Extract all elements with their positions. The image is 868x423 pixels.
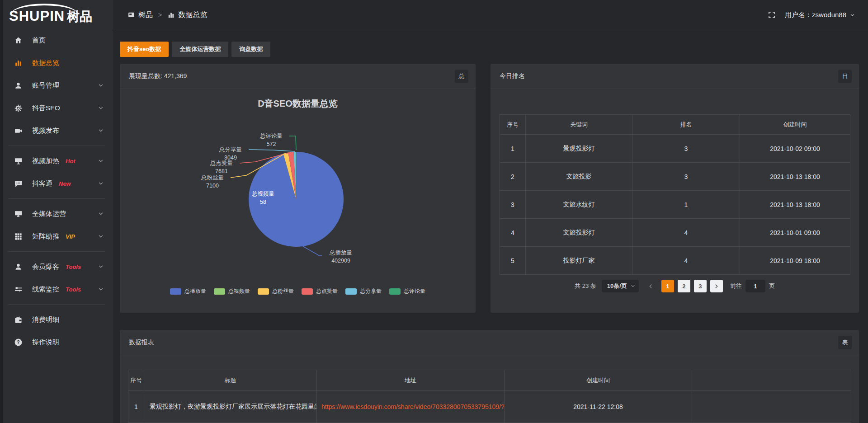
- rank-table-row: 4 文旅投影灯 4 2021-10-01 09:00: [500, 219, 850, 247]
- table-toggle-button[interactable]: 表: [838, 336, 852, 349]
- chart-panel: 展现量总数: 421,369 总 D音SEO数据量总览 总评论量572 总分享量…: [120, 64, 476, 313]
- report-column-header: 地址: [317, 370, 505, 391]
- cell-no: 4: [500, 219, 526, 247]
- total-toggle-button[interactable]: 总: [455, 70, 468, 83]
- sidebar-item[interactable]: 首页: [0, 29, 113, 52]
- page-size-select[interactable]: 10条/页: [602, 280, 639, 292]
- legend-item[interactable]: 总播放量: [170, 287, 206, 295]
- fullscreen-icon[interactable]: [768, 11, 776, 19]
- cell-extra: [692, 391, 851, 423]
- page-unit-label: 页: [769, 282, 775, 290]
- legend-swatch: [302, 288, 313, 295]
- sidebar-item-label: 消费明细: [32, 315, 59, 324]
- breadcrumb-separator: >: [158, 11, 162, 19]
- logo-brand-cn: 树品: [67, 8, 92, 25]
- legend-item[interactable]: 总粉丝量: [258, 287, 294, 295]
- chart-legend: 总播放量 总视频量 总粉丝量 总点赞量: [120, 287, 476, 295]
- cell-keyword: 投影灯厂家: [526, 247, 632, 275]
- legend-item[interactable]: 总分享量: [345, 287, 382, 295]
- legend-swatch: [170, 288, 181, 295]
- logo-brand-en: SHUPIN: [9, 8, 65, 24]
- sidebar-item-badge: Hot: [66, 158, 75, 164]
- legend-item[interactable]: 总视频量: [214, 287, 250, 295]
- member-icon: [14, 263, 23, 271]
- tab[interactable]: 抖音seo数据: [120, 42, 169, 57]
- rank-table-header: 序号关键词排名创建时间: [500, 115, 850, 135]
- chevron-down-icon: [630, 283, 636, 289]
- sidebar-divider: [8, 304, 105, 305]
- breadcrumb-home[interactable]: 树品: [127, 10, 153, 20]
- sidebar-item-badge: New: [59, 180, 71, 187]
- next-page-button[interactable]: [710, 280, 723, 292]
- sidebar-item-label: 操作说明: [32, 338, 59, 347]
- legend-item[interactable]: 总评论量: [389, 287, 425, 295]
- pie-label-likes: 总点赞量7681: [203, 159, 240, 175]
- cell-rank: 3: [632, 163, 740, 191]
- sidebar-item[interactable]: 抖音SEO: [0, 97, 113, 119]
- sidebar-item[interactable]: 数据总览: [0, 52, 113, 74]
- pie-label-comments: 总评论量572: [253, 132, 289, 148]
- sidebar-item-label: 矩阵助推: [32, 232, 59, 241]
- sidebar-item[interactable]: ? 操作说明: [0, 331, 113, 353]
- bar-chart-icon: [14, 59, 23, 67]
- grid-icon: [14, 232, 23, 241]
- tab[interactable]: 询盘数据: [231, 42, 270, 57]
- sidebar-item-badge: Tools: [66, 263, 81, 270]
- cell-keyword: 景观投影灯: [526, 135, 632, 163]
- chevron-down-icon: [98, 180, 104, 187]
- cell-title: 景观投影灯，夜游景观投影灯厂家展示展示落花灯在花园里的灯光投影应用效果 #: [144, 391, 317, 423]
- sidebar-item[interactable]: 线索监控 Tools: [0, 278, 113, 301]
- legend-label: 总粉丝量: [272, 287, 294, 295]
- pie-label-videos: 总视频量58: [245, 190, 281, 206]
- chevron-down-icon: [98, 158, 104, 164]
- cell-rank: 4: [632, 219, 740, 247]
- sidebar-item[interactable]: 视频加热 Hot: [0, 150, 113, 172]
- cell-no: 5: [500, 247, 526, 275]
- user-menu[interactable]: 用户名：zswodun88: [785, 11, 855, 19]
- username-label: 用户名：zswodun88: [785, 11, 846, 19]
- sidebar-item-label: 首页: [32, 36, 46, 45]
- sidebar-item[interactable]: 全媒体运营: [0, 202, 113, 225]
- sidebar-item-label: 会员爆客: [32, 263, 59, 271]
- goto-page-input[interactable]: [745, 280, 765, 292]
- sidebar-item[interactable]: 消费明细: [0, 308, 113, 331]
- report-column-header: 标题: [144, 370, 317, 391]
- cell-created: 2021-10-13 18:00: [740, 163, 850, 191]
- sidebar-item[interactable]: 矩阵助推 VIP: [0, 225, 113, 248]
- prev-page-button[interactable]: [646, 280, 656, 292]
- sidebar-item[interactable]: 账号管理: [0, 74, 113, 97]
- sliders-icon: [14, 285, 23, 294]
- cell-keyword: 文旅投影: [526, 163, 632, 191]
- report-column-header: 创建时间: [505, 370, 692, 391]
- sidebar-item[interactable]: 视频发布: [0, 119, 113, 142]
- chevron-down-icon: [98, 127, 104, 134]
- cell-created: 2021-10-02 09:00: [740, 135, 850, 163]
- cell-created: 2021-10-01 09:00: [740, 219, 850, 247]
- sidebar-item[interactable]: 抖客通 New: [0, 172, 113, 195]
- pie-chart-svg[interactable]: [120, 89, 476, 313]
- page-number-button[interactable]: 1: [661, 280, 674, 292]
- page-number-button[interactable]: 2: [678, 280, 690, 292]
- report-panel-title: 数据报表: [120, 330, 859, 355]
- legend-item[interactable]: 总点赞量: [302, 287, 338, 295]
- legend-swatch: [214, 288, 225, 295]
- label-line-comments: [289, 136, 296, 150]
- pie-label-plays: 总播放量402909: [323, 249, 359, 265]
- window-edge: [0, 0, 3, 423]
- legend-label: 总分享量: [360, 287, 382, 295]
- tab[interactable]: 全媒体运营数据: [172, 42, 228, 57]
- day-toggle-button[interactable]: 日: [838, 70, 852, 83]
- data-tabs: 抖音seo数据 全媒体运营数据 询盘数据: [120, 42, 270, 57]
- breadcrumb-current[interactable]: 数据总览: [167, 10, 207, 20]
- chart-panel-header: 展现量总数: 421,369: [120, 64, 476, 89]
- pagination-total: 共 23 条: [575, 282, 596, 290]
- cell-rank: 3: [632, 135, 740, 163]
- page-number-button[interactable]: 3: [694, 280, 707, 292]
- video-link[interactable]: https://www.iesdouyin.com/share/video/70…: [321, 403, 505, 410]
- cell-created: 2021-11-22 12:08: [505, 391, 692, 423]
- sidebar: SHUPIN 树品 首页 数据总览: [0, 0, 113, 423]
- user-icon: [14, 81, 23, 90]
- bar-chart-icon: [167, 11, 175, 19]
- sidebar-item[interactable]: 会员爆客 Tools: [0, 255, 113, 278]
- pagination: 共 23 条 10条/页 1 2 3 前往 页: [491, 280, 859, 292]
